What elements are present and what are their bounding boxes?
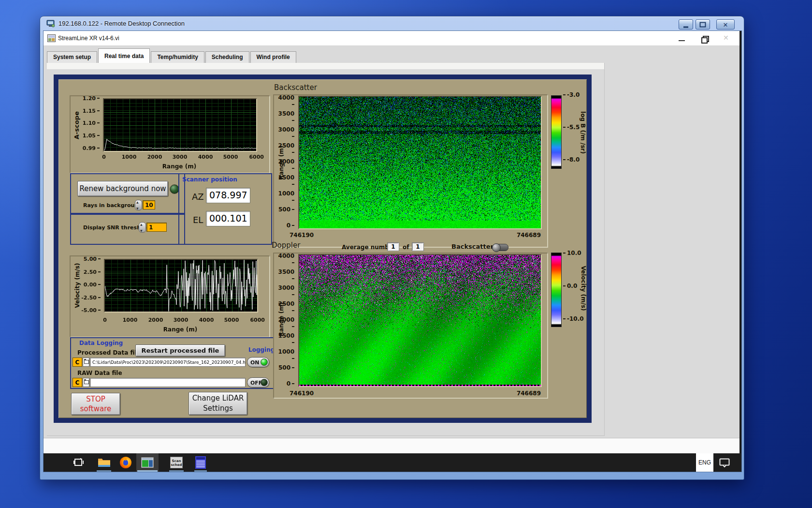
velocity-ytick: -5.00: [79, 307, 101, 314]
ascope-ytick: 1.05: [78, 133, 100, 139]
app-right-edge: [740, 31, 741, 453]
rays-spinner[interactable]: [135, 200, 142, 210]
tab-system-setup[interactable]: System setup: [47, 51, 97, 63]
rdp-maximize-button[interactable]: [696, 19, 710, 30]
average-total-field[interactable]: 1: [412, 242, 424, 251]
velocity-xtick: 3000: [171, 317, 190, 323]
ascope-xtick: 2000: [145, 154, 164, 160]
doppler-cbar-tick: 0.0: [563, 283, 577, 289]
backscatter-cbar-tick: -5.5: [563, 124, 580, 131]
blue-document-app-icon[interactable]: [195, 456, 206, 469]
raw-drive-selector[interactable]: C: [72, 378, 82, 387]
velocity-ytick: 2.50: [79, 269, 101, 275]
data-logging-title: Data Logging: [79, 340, 123, 346]
backscatter-toggle-knob[interactable]: [492, 243, 501, 252]
scan-icon-text-1: Scan: [172, 459, 181, 463]
notification-center-icon[interactable]: [719, 458, 730, 467]
tab-page-top: [47, 63, 604, 69]
average-number-field[interactable]: 1: [387, 242, 399, 251]
doppler-cbar-tick: -10.0: [563, 315, 584, 322]
tab-temp-humidity[interactable]: Temp/humidity: [151, 51, 204, 63]
rdp-window: 192.168.0.122 - Remote Desktop Connectio…: [40, 16, 744, 480]
processed-drive-selector[interactable]: C: [72, 358, 82, 367]
scan-scheduler-indicator: [169, 470, 184, 472]
velocity-group: Velocity (m/s) 5.00 2.50 0.00 -2.50 -5.0…: [70, 255, 270, 338]
snr-threshold-box: Display SNR threshold 1: [70, 213, 185, 245]
doppler-ytick: 0: [275, 380, 294, 387]
active-app-indicator: [137, 470, 158, 472]
ascope-xtick: 4000: [196, 154, 215, 160]
app-restore-button[interactable]: [698, 31, 711, 45]
ascope-ytick: 0.99: [78, 145, 100, 151]
scan-scheduler-icon[interactable]: Scan sched: [170, 457, 183, 468]
stop-software-button[interactable]: STOP software: [71, 393, 120, 415]
doppler-title: Doppler: [272, 241, 300, 250]
ascope-ytick: 1.20: [78, 95, 100, 102]
restart-processed-file-button[interactable]: Restart processed file: [135, 344, 225, 357]
velocity-x-axis-label: Range (m): [142, 326, 219, 333]
backscatter-ytick: 1000: [275, 190, 294, 204]
active-app-taskbar-button[interactable]: [136, 453, 159, 472]
app-minimize-button[interactable]: [677, 31, 689, 45]
backscatter-ytick: 2500: [275, 142, 294, 156]
language-indicator[interactable]: ENG: [696, 453, 713, 472]
doppler-colorbar: [551, 253, 562, 327]
ascope-x-axis-label: Range (m): [141, 163, 218, 170]
ascope-ytick: 1.10: [78, 120, 100, 126]
snr-spinner[interactable]: [139, 222, 146, 233]
doppler-ytick: 500: [275, 364, 294, 371]
raw-path-field[interactable]: [90, 378, 246, 387]
rdp-close-button[interactable]: ✕: [716, 19, 735, 30]
tab-scheduling[interactable]: Scheduling: [205, 51, 249, 63]
el-label: EL: [193, 215, 203, 225]
doppler-cbar-label: Velocity (m/s): [580, 266, 587, 311]
firefox-icon[interactable]: [120, 457, 131, 468]
renew-background-button[interactable]: Renew background now: [77, 181, 168, 196]
backscatter-toggle[interactable]: [492, 244, 508, 251]
rays-value-field[interactable]: 10: [143, 200, 155, 209]
raw-browse-icon[interactable]: [83, 378, 89, 387]
tab-wind-profile[interactable]: Wind profile: [250, 51, 296, 63]
backscatter-ytick: 500: [275, 206, 294, 213]
doppler-heatmap: [298, 254, 542, 387]
az-value-field: 078.997: [206, 188, 250, 203]
of-label: of: [403, 244, 409, 251]
backscatter-cbar-tick: -3.0: [563, 91, 580, 98]
tab-real-time-data[interactable]: Real time data: [98, 48, 150, 63]
raw-logging-toggle[interactable]: OFF: [247, 377, 269, 388]
velocity-xtick: 0: [95, 317, 115, 323]
backscatter-x-start: 746190: [290, 232, 314, 239]
rdp-minimize-button[interactable]: [679, 19, 693, 30]
rdp-titlebar[interactable]: 192.168.0.122 - Remote Desktop Connectio…: [40, 16, 744, 31]
change-lidar-settings-button[interactable]: Change LiDAR Settings: [188, 392, 247, 415]
processed-browse-icon[interactable]: [83, 358, 89, 367]
velocity-ytick: 5.00: [79, 256, 101, 262]
app-icon: [47, 34, 56, 42]
app-bottom-band: [44, 438, 741, 453]
doppler-x-end: 746689: [512, 390, 541, 397]
rdp-icon: [46, 20, 56, 28]
backscatter-ytick: 2000: [275, 158, 294, 172]
az-label: AZ: [192, 192, 204, 202]
velocity-ytick: 0.00: [79, 282, 101, 288]
background-controls-box: Renew background now Rays in background …: [70, 173, 185, 215]
data-logging-box: Data Logging Processed Data file Restart…: [70, 337, 275, 389]
velocity-plot: [104, 259, 258, 313]
doppler-frame: Range (m) 4000 3500 3000 2500 2000 1500 …: [273, 253, 548, 399]
processed-path-field[interactable]: C:\Lidar\Data\Proc\2023\202309\20230907\…: [90, 358, 246, 367]
file-explorer-icon[interactable]: [98, 457, 111, 468]
velocity-xtick: 1000: [120, 317, 140, 323]
app-titlebar[interactable]: StreamLine XR v14-6.vi ✕: [44, 31, 741, 46]
app-close-button[interactable]: ✕: [720, 31, 733, 45]
doppler-ytick: 4000: [275, 253, 294, 266]
task-view-icon[interactable]: [73, 458, 84, 467]
doppler-ytick: 1000: [275, 348, 294, 362]
ascope-xtick: 6000: [245, 154, 264, 160]
backscatter-colorbar: [551, 95, 562, 169]
app-window-title: StreamLine XR v14-6.vi: [58, 35, 119, 42]
snr-value-field[interactable]: 1: [146, 223, 167, 232]
processed-logging-toggle[interactable]: ON: [247, 357, 269, 367]
rdp-window-title: 192.168.0.122 - Remote Desktop Connectio…: [58, 20, 185, 27]
doppler-ytick: 2500: [275, 300, 294, 314]
doppler-ytick: 3000: [275, 284, 294, 298]
